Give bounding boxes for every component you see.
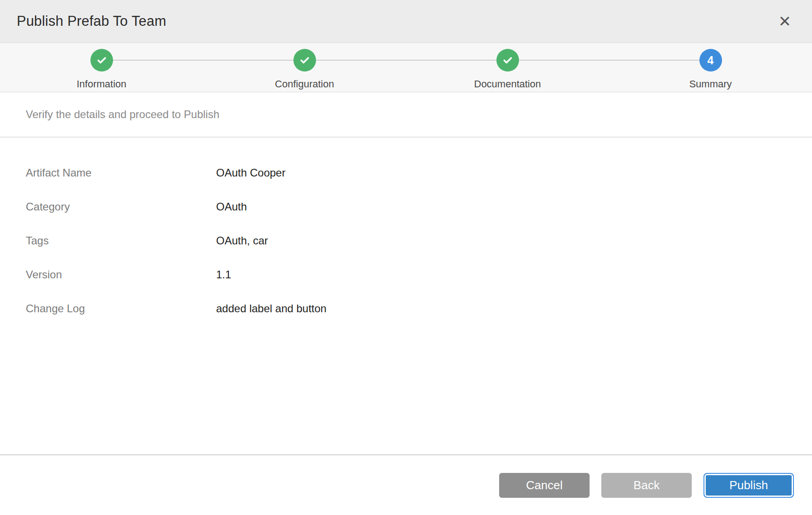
publish-button[interactable]: Publish — [703, 473, 794, 498]
check-icon — [96, 54, 108, 66]
stepper-step-information[interactable]: Information — [0, 43, 203, 92]
check-icon — [502, 54, 514, 66]
field-value: OAuth Cooper — [216, 167, 285, 179]
stepper-steps: Information Configuration Documentation — [0, 43, 812, 92]
close-button[interactable]: ✕ — [779, 14, 792, 29]
field-label: Version — [26, 268, 216, 281]
field-label: Category — [26, 200, 216, 213]
field-value: added label and button — [216, 302, 326, 315]
close-icon: ✕ — [779, 13, 792, 30]
summary-row-tags: Tags OAuth, car — [0, 224, 812, 258]
step-done-circle — [90, 49, 113, 72]
stepper: Information Configuration Documentation — [0, 43, 812, 92]
step-label: Information — [76, 78, 126, 90]
field-value: OAuth, car — [216, 234, 268, 247]
summary-row-category: Category OAuth — [0, 190, 812, 224]
field-label: Change Log — [26, 302, 216, 315]
dialog-header: Publish Prefab To Team ✕ — [0, 0, 812, 43]
field-label: Tags — [26, 234, 216, 247]
step-done-circle — [496, 49, 519, 72]
step-current-circle: 4 — [699, 49, 722, 72]
summary-row-version: Version 1.1 — [0, 258, 812, 291]
stepper-step-summary[interactable]: 4 Summary — [609, 43, 812, 92]
back-button[interactable]: Back — [601, 473, 692, 498]
step-number: 4 — [708, 54, 714, 67]
field-value: OAuth — [216, 200, 247, 213]
summary-row-artifact-name: Artifact Name OAuth Cooper — [0, 156, 812, 190]
check-icon — [299, 54, 311, 66]
field-value: 1.1 — [216, 268, 231, 281]
stepper-step-configuration[interactable]: Configuration — [203, 43, 406, 92]
step-description: Verify the details and proceed to Publis… — [26, 108, 219, 121]
step-description-row: Verify the details and proceed to Publis… — [0, 92, 812, 138]
step-done-circle — [293, 49, 316, 72]
step-label: Documentation — [474, 78, 541, 90]
dialog-footer: Cancel Back Publish — [0, 454, 812, 515]
publish-prefab-dialog: Publish Prefab To Team ✕ Information — [0, 0, 812, 515]
summary-content: Artifact Name OAuth Cooper Category OAut… — [0, 138, 812, 454]
field-label: Artifact Name — [26, 167, 216, 179]
summary-row-change-log: Change Log added label and button — [0, 291, 812, 325]
step-label: Summary — [689, 78, 732, 90]
cancel-button[interactable]: Cancel — [499, 473, 590, 498]
stepper-step-documentation[interactable]: Documentation — [406, 43, 609, 92]
step-label: Configuration — [275, 78, 334, 90]
dialog-title: Publish Prefab To Team — [17, 13, 166, 29]
